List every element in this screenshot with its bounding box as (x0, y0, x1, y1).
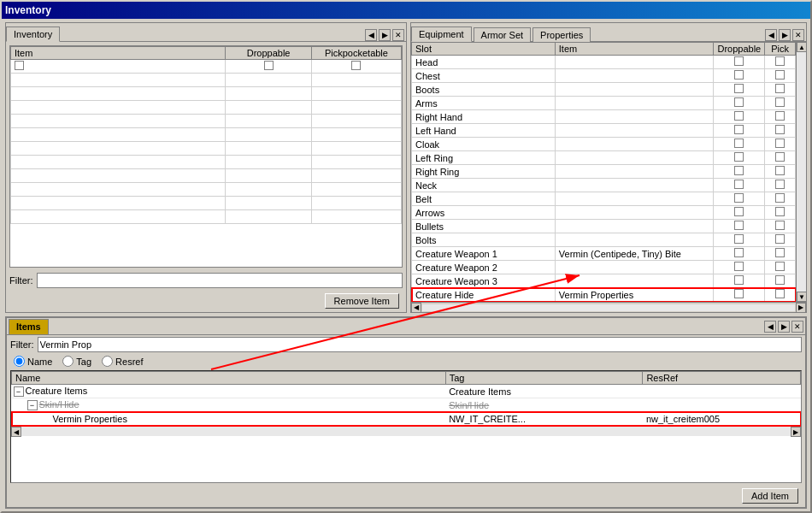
inventory-filter-input[interactable] (37, 273, 403, 288)
equipment-row[interactable]: Creature Hide Vermin Properties (412, 288, 796, 302)
equip-drop-check[interactable] (734, 221, 744, 230)
tab-equipment[interactable]: Equipment (411, 27, 472, 42)
add-item-button[interactable]: Add Item (742, 488, 798, 504)
equip-nav-next[interactable]: ▶ (779, 29, 791, 41)
equipment-row[interactable]: Right Ring (412, 165, 796, 179)
tree-row[interactable]: −Skin/HideSkin/Hide (12, 398, 801, 412)
equip-pick-check[interactable] (775, 262, 785, 271)
equip-pick-check[interactable] (775, 193, 785, 203)
tab-armor-set[interactable]: Armor Set (474, 27, 532, 42)
pick-check-1[interactable] (351, 61, 361, 70)
equipment-row[interactable]: Creature Weapon 3 (412, 274, 796, 288)
equip-pick-check[interactable] (775, 139, 785, 148)
equipment-row[interactable]: Chest (412, 69, 796, 83)
items-nav-next[interactable]: ▶ (778, 321, 790, 333)
radio-tag[interactable] (62, 356, 74, 367)
equip-nav-close[interactable]: ✕ (792, 29, 804, 41)
equip-pick-check[interactable] (775, 275, 785, 285)
scroll-down-arrow[interactable]: ▼ (797, 292, 806, 302)
equip-col-slot: Slot (412, 43, 556, 56)
radio-resref[interactable] (102, 356, 113, 367)
equip-nav-prev[interactable]: ◀ (765, 29, 777, 41)
tree-hscroll-left[interactable]: ◀ (11, 427, 21, 437)
equip-drop-check[interactable] (734, 152, 744, 162)
equip-drop-check[interactable] (734, 97, 744, 107)
remove-item-button[interactable]: Remove Item (325, 293, 399, 309)
equip-pick-check[interactable] (775, 125, 785, 134)
equip-drop-check[interactable] (734, 289, 744, 298)
equipment-row[interactable]: Arrows (412, 206, 796, 220)
tree-expand-icon[interactable]: − (14, 386, 24, 397)
equipment-row[interactable]: Bullets (412, 220, 796, 233)
equip-drop-check[interactable] (734, 234, 744, 244)
equipment-row[interactable]: Left Ring (412, 151, 796, 165)
equipment-row[interactable]: Boots (412, 83, 796, 97)
radio-resref-label[interactable]: Resref (102, 356, 143, 367)
equipment-row[interactable]: Neck (412, 179, 796, 192)
equip-drop-check[interactable] (734, 70, 744, 80)
tree-name-cell: −Skin/Hide (12, 398, 446, 412)
items-nav-close[interactable]: ✕ (791, 321, 803, 333)
tab-properties[interactable]: Properties (533, 27, 591, 42)
tree-row[interactable]: Vermin PropertiesNW_IT_CREITE...nw_it_cr… (12, 412, 801, 426)
equipment-row[interactable]: Bolts (412, 233, 796, 247)
equip-pick-check[interactable] (775, 207, 785, 216)
equipment-row[interactable]: Belt (412, 192, 796, 206)
nav-prev-btn[interactable]: ◀ (365, 29, 377, 41)
tree-hscrollbar[interactable]: ◀ ▶ (11, 426, 801, 436)
radio-name[interactable] (14, 356, 25, 367)
equip-drop-check[interactable] (734, 262, 744, 271)
equip-pick-check[interactable] (775, 166, 785, 175)
inventory-tab[interactable]: Inventory (6, 27, 60, 42)
equip-drop-check[interactable] (734, 207, 744, 216)
equip-pick-check[interactable] (775, 180, 785, 189)
equipment-row[interactable]: Creature Weapon 2 (412, 261, 796, 274)
hscroll-left[interactable]: ◀ (411, 303, 421, 313)
equip-pick-check[interactable] (775, 152, 785, 162)
inventory-table: Item Droppable Pickpocketable (10, 46, 402, 224)
equip-pick-check[interactable] (775, 56, 785, 66)
items-nav-prev[interactable]: ◀ (764, 321, 776, 333)
add-item-row: Add Item (7, 485, 805, 507)
tree-expand-icon[interactable]: − (27, 400, 38, 410)
equip-drop-check[interactable] (734, 84, 744, 93)
equip-drop-check[interactable] (734, 166, 744, 175)
equip-drop-check[interactable] (734, 111, 744, 121)
nav-next-btn[interactable]: ▶ (379, 29, 391, 41)
equipment-row[interactable]: Cloak (412, 138, 796, 151)
equipment-row[interactable]: Left Hand (412, 124, 796, 138)
equip-drop-check[interactable] (734, 248, 744, 257)
equipment-row[interactable]: Arms (412, 97, 796, 110)
items-filter-input[interactable] (38, 337, 803, 352)
equip-pick-check[interactable] (775, 234, 785, 244)
equip-drop-check[interactable] (734, 193, 744, 203)
equip-drop-check[interactable] (734, 125, 744, 134)
equip-drop-check[interactable] (734, 180, 744, 189)
equip-pick-check[interactable] (775, 84, 785, 93)
equip-pick-check[interactable] (775, 248, 785, 257)
scroll-up-arrow[interactable]: ▲ (797, 42, 806, 52)
equip-drop-check[interactable] (734, 275, 744, 285)
equipment-hscrollbar[interactable]: ◀ ▶ (411, 302, 806, 312)
equipment-row[interactable]: Creature Weapon 1 Vermin (Centipede, Tin… (412, 247, 796, 261)
equipment-row[interactable]: Head (412, 56, 796, 69)
equipment-table-scroll[interactable]: Slot Item Droppable Pick Head Chest (411, 42, 796, 302)
radio-tag-label[interactable]: Tag (62, 356, 91, 367)
drop-check-1[interactable] (264, 61, 274, 70)
radio-name-label[interactable]: Name (14, 356, 52, 367)
equip-pick-check[interactable] (775, 97, 785, 107)
hscroll-right[interactable]: ▶ (796, 303, 806, 313)
equip-pick-check[interactable] (775, 289, 785, 298)
tree-row[interactable]: −Creature ItemsCreature Items (12, 385, 801, 398)
tree-hscroll-right[interactable]: ▶ (791, 427, 801, 437)
equip-drop-check[interactable] (734, 56, 744, 66)
nav-close-btn[interactable]: ✕ (392, 29, 404, 41)
equip-pick-check[interactable] (775, 221, 785, 230)
equip-pick-check[interactable] (775, 111, 785, 121)
equipment-row[interactable]: Right Hand (412, 110, 796, 124)
equip-pick-check[interactable] (775, 70, 785, 80)
equip-pick-cell (765, 206, 796, 220)
equip-drop-cell (714, 124, 765, 138)
equipment-scrollbar[interactable]: ▲ ▼ (796, 42, 806, 302)
equip-drop-check[interactable] (734, 139, 744, 148)
